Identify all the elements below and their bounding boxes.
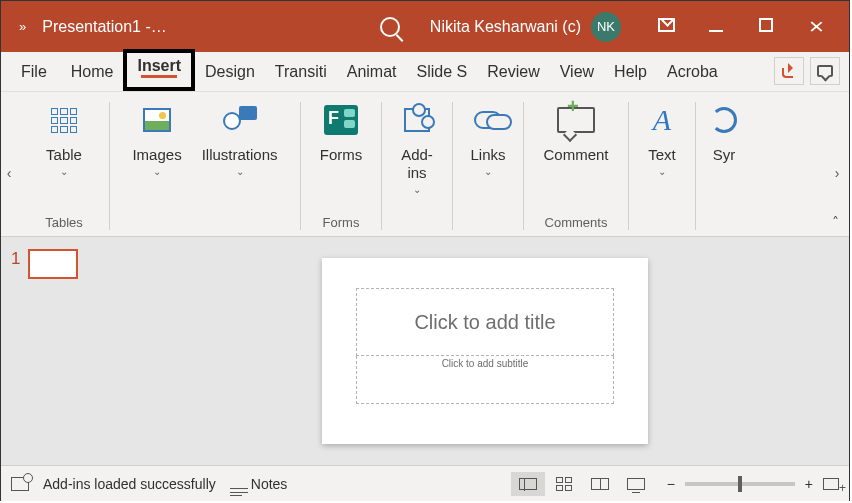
- ribbon: ‹ Table⌄ Tables Images⌄ Illustrations⌄: [1, 92, 849, 237]
- group-label-forms: Forms: [323, 215, 360, 234]
- addins-icon: [404, 108, 430, 132]
- slide-canvas[interactable]: Click to add title Click to add subtitle: [121, 237, 849, 465]
- tab-help[interactable]: Help: [604, 55, 657, 91]
- view-sorter-button[interactable]: [547, 472, 581, 496]
- links-button[interactable]: Links⌄: [460, 98, 515, 177]
- slide-thumbnails-panel[interactable]: 1: [1, 237, 121, 465]
- tab-insert[interactable]: Insert: [133, 55, 185, 81]
- slide-thumbnail[interactable]: 1: [11, 249, 111, 279]
- new-comment-icon: +: [557, 107, 595, 133]
- tab-design[interactable]: Design: [195, 55, 265, 91]
- group-label-comments: Comments: [545, 215, 608, 234]
- text-icon: A: [653, 103, 671, 137]
- notes-button[interactable]: Notes: [230, 476, 288, 492]
- thumbnail-preview[interactable]: [28, 249, 78, 279]
- comments-button[interactable]: [810, 57, 840, 85]
- tab-view[interactable]: View: [550, 55, 604, 91]
- maximize-button[interactable]: [741, 18, 791, 36]
- zoom-in-button[interactable]: +: [805, 476, 813, 492]
- tab-home[interactable]: Home: [61, 55, 124, 91]
- more-commands-icon[interactable]: »: [19, 19, 24, 34]
- zoom-out-button[interactable]: −: [667, 476, 675, 492]
- images-icon: [143, 108, 171, 132]
- tab-animations[interactable]: Animat: [337, 55, 407, 91]
- group-label-tables: Tables: [45, 215, 83, 234]
- status-bar: Add-ins loaded successfully Notes − +: [1, 465, 849, 501]
- view-slideshow-button[interactable]: [619, 472, 653, 496]
- view-reading-button[interactable]: [583, 472, 617, 496]
- comment-icon: [817, 65, 833, 77]
- ribbon-scroll-right[interactable]: ›: [831, 165, 843, 181]
- reading-view-icon: [591, 478, 609, 490]
- ribbon-scroll-left[interactable]: ‹: [3, 165, 15, 181]
- user-name[interactable]: Nikita Kesharwani (c): [430, 18, 581, 36]
- text-button[interactable]: A Text⌄: [638, 98, 686, 177]
- search-icon[interactable]: [380, 17, 400, 37]
- table-icon: [49, 106, 79, 135]
- tab-review[interactable]: Review: [477, 55, 549, 91]
- minimize-button[interactable]: [691, 18, 741, 36]
- share-icon: [782, 64, 796, 78]
- zoom-slider[interactable]: [685, 482, 795, 486]
- tab-transitions[interactable]: Transiti: [265, 55, 337, 91]
- titlebar: » Presentation1 -… Nikita Kesharwani (c)…: [1, 1, 849, 52]
- sorter-view-icon: [556, 477, 572, 491]
- images-button[interactable]: Images⌄: [122, 98, 191, 177]
- ribbon-tabs: File Home Insert Design Transiti Animat …: [1, 52, 849, 92]
- slide[interactable]: Click to add title Click to add subtitle: [322, 258, 648, 444]
- normal-view-icon: [519, 478, 537, 490]
- symbols-button[interactable]: Syr: [701, 98, 739, 164]
- title-placeholder[interactable]: Click to add title: [356, 288, 614, 356]
- user-avatar[interactable]: NK: [591, 12, 621, 42]
- addins-button[interactable]: Add- ins⌄: [391, 98, 443, 195]
- table-button[interactable]: Table⌄: [36, 98, 92, 177]
- symbols-icon: [711, 107, 737, 133]
- insert-tab-highlight: Insert: [123, 49, 195, 91]
- illustrations-button[interactable]: Illustrations⌄: [192, 98, 288, 177]
- fit-to-window-button[interactable]: [823, 478, 839, 490]
- work-area: 1 Click to add title Click to add subtit…: [1, 237, 849, 465]
- ribbon-display-button[interactable]: [641, 18, 691, 36]
- forms-icon: [324, 105, 358, 135]
- comment-button[interactable]: + Comment: [533, 98, 618, 164]
- addins-status-text[interactable]: Add-ins loaded successfully: [43, 476, 216, 492]
- document-title[interactable]: Presentation1 -…: [42, 18, 167, 36]
- close-button[interactable]: ×: [791, 14, 841, 40]
- view-normal-button[interactable]: [511, 472, 545, 496]
- notes-icon: [230, 488, 248, 489]
- links-icon: [474, 111, 502, 129]
- slideshow-view-icon: [627, 478, 645, 490]
- tab-acrobat[interactable]: Acroba: [657, 55, 728, 91]
- illustrations-icon: [223, 106, 257, 134]
- collapse-ribbon-icon[interactable]: ˄: [832, 214, 839, 230]
- tab-slideshow[interactable]: Slide S: [407, 55, 478, 91]
- tab-file[interactable]: File: [11, 55, 57, 91]
- slide-number: 1: [11, 249, 20, 269]
- addins-status-icon: [11, 477, 29, 491]
- subtitle-placeholder[interactable]: Click to add subtitle: [356, 356, 614, 404]
- share-button[interactable]: [774, 57, 804, 85]
- forms-button[interactable]: Forms: [310, 98, 373, 164]
